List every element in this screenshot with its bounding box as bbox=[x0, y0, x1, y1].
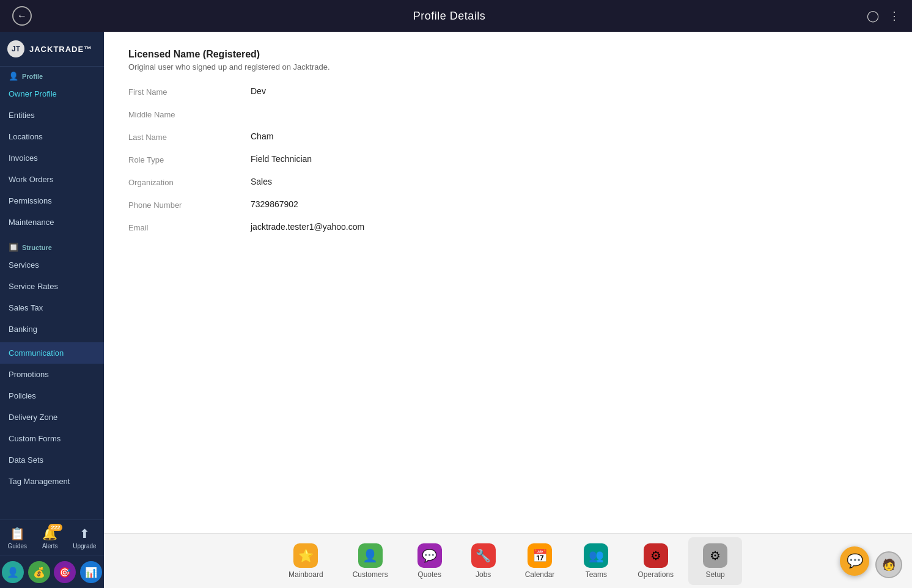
sidebar-section-structure[interactable]: 🔲 Structure bbox=[0, 238, 104, 254]
upgrade-label: Upgrade bbox=[73, 543, 96, 549]
alerts-badge: 222 bbox=[48, 524, 62, 531]
structure-section-label: Structure bbox=[22, 244, 52, 251]
field-value-organization: Sales bbox=[251, 177, 272, 186]
field-row: Middle Name bbox=[128, 109, 888, 119]
sidebar-item-communication[interactable]: Communication bbox=[0, 342, 104, 364]
sidebar-item-custom-forms[interactable]: Custom Forms bbox=[0, 428, 104, 449]
calendar-nav-icon: 📅 bbox=[528, 543, 552, 568]
sidebar-item-data-sets[interactable]: Data Sets bbox=[0, 449, 104, 471]
sidebar-item-invoices[interactable]: Invoices bbox=[0, 147, 104, 169]
sidebar-avatars: 👤 💰 🎯 📊 bbox=[0, 556, 104, 588]
nav-items-container: ⭐Mainboard👤Customers💬Quotes🔧Jobs📅Calenda… bbox=[274, 537, 742, 585]
mainboard-nav-icon: ⭐ bbox=[293, 543, 318, 568]
field-row: Phone Number7329867902 bbox=[128, 199, 888, 210]
nav-item-calendar[interactable]: 📅Calendar bbox=[510, 537, 570, 585]
teams-nav-icon: 👥 bbox=[584, 543, 608, 568]
sidebar-item-policies[interactable]: Policies bbox=[0, 385, 104, 406]
sidebar-item-banking[interactable]: Banking bbox=[0, 318, 104, 340]
teams-nav-label: Teams bbox=[586, 570, 607, 579]
field-row: OrganizationSales bbox=[128, 177, 888, 187]
profile-section-icon: 👤 bbox=[9, 72, 18, 81]
field-value-role-type: Field Technician bbox=[251, 154, 312, 164]
nav-item-quotes[interactable]: 💬Quotes bbox=[403, 537, 457, 585]
top-header: ← Profile Details ◯ ⋮ bbox=[0, 0, 912, 32]
field-value-phone-number: 7329867902 bbox=[251, 199, 298, 209]
field-label-role-type: Role Type bbox=[128, 154, 251, 164]
jobs-nav-label: Jobs bbox=[476, 570, 491, 579]
quotes-nav-label: Quotes bbox=[417, 570, 441, 579]
main-layout: JT JACKTRADE™ 👤 Profile Owner Profile En… bbox=[0, 32, 912, 588]
operations-nav-icon: ⚙ bbox=[644, 543, 668, 568]
upgrade-icon: ⬆ bbox=[79, 526, 90, 541]
field-label-phone-number: Phone Number bbox=[128, 199, 251, 210]
section-subtitle: Original user who signed up and register… bbox=[128, 62, 888, 72]
operations-nav-label: Operations bbox=[638, 570, 674, 579]
mainboard-nav-label: Mainboard bbox=[289, 570, 323, 579]
user-avatar[interactable]: 🧑 bbox=[875, 551, 902, 578]
sidebar-item-locations[interactable]: Locations bbox=[0, 126, 104, 147]
field-label-first-name: First Name bbox=[128, 86, 251, 97]
nav-item-jobs[interactable]: 🔧Jobs bbox=[457, 537, 510, 585]
quotes-nav-icon: 💬 bbox=[417, 543, 442, 568]
customers-nav-icon: 👤 bbox=[358, 543, 383, 568]
sidebar-item-maintenance[interactable]: Maintenance bbox=[0, 211, 104, 233]
bottom-nav: ⭐Mainboard👤Customers💬Quotes🔧Jobs📅Calenda… bbox=[104, 533, 912, 588]
sidebar-item-delivery-zone[interactable]: Delivery Zone bbox=[0, 406, 104, 428]
sidebar-item-tag-management[interactable]: Tag Management bbox=[0, 471, 104, 492]
jobs-nav-icon: 🔧 bbox=[471, 543, 496, 568]
sidebar-scroll: 👤 Profile Owner Profile Entities Locatio… bbox=[0, 67, 104, 520]
structure-section-icon: 🔲 bbox=[9, 243, 18, 252]
profile-section-label: Profile bbox=[22, 73, 43, 80]
customers-nav-label: Customers bbox=[353, 570, 388, 579]
calendar-nav-label: Calendar bbox=[525, 570, 555, 579]
avatar-1[interactable]: 👤 bbox=[2, 561, 24, 583]
header-right-icons: ◯ ⋮ bbox=[867, 9, 900, 23]
more-options-icon[interactable]: ⋮ bbox=[889, 9, 900, 23]
profile-content: Licensed Name (Registered) Original user… bbox=[104, 32, 912, 533]
field-value-last-name: Cham bbox=[251, 131, 273, 141]
sidebar-item-services[interactable]: Services bbox=[0, 254, 104, 276]
field-row: First NameDev bbox=[128, 86, 888, 97]
back-button[interactable]: ← bbox=[12, 6, 32, 26]
nav-item-customers[interactable]: 👤Customers bbox=[338, 537, 403, 585]
nav-item-teams[interactable]: 👥Teams bbox=[569, 537, 623, 585]
nav-item-mainboard[interactable]: ⭐Mainboard bbox=[274, 537, 338, 585]
sidebar-section-profile[interactable]: 👤 Profile bbox=[0, 67, 104, 83]
chat-bubble-button[interactable]: 💬 bbox=[840, 546, 869, 576]
field-row: Last NameCham bbox=[128, 131, 888, 142]
logo-icon: JT bbox=[7, 40, 24, 57]
nav-item-operations[interactable]: ⚙Operations bbox=[623, 537, 688, 585]
nav-item-setup[interactable]: ⚙Setup bbox=[688, 537, 742, 585]
setup-nav-label: Setup bbox=[705, 570, 724, 579]
page-title: Profile Details bbox=[413, 10, 486, 23]
field-row: Emailjacktrade.tester1@yahoo.com bbox=[128, 222, 888, 232]
sidebar-logo: JT JACKTRADE™ bbox=[0, 32, 104, 67]
clock-icon[interactable]: ◯ bbox=[867, 9, 879, 23]
field-label-middle-name: Middle Name bbox=[128, 109, 251, 119]
sidebar-item-promotions[interactable]: Promotions bbox=[0, 364, 104, 385]
logo-text: JACKTRADE™ bbox=[29, 45, 92, 54]
alerts-label: Alerts bbox=[42, 543, 58, 549]
sidebar-item-entities[interactable]: Entities bbox=[0, 105, 104, 126]
sidebar-item-owner-profile[interactable]: Owner Profile bbox=[0, 83, 104, 105]
sidebar-item-permissions[interactable]: Permissions bbox=[0, 190, 104, 211]
profile-fields: First NameDevMiddle NameLast NameChamRol… bbox=[128, 86, 888, 232]
avatar-4[interactable]: 📊 bbox=[80, 561, 102, 583]
sidebar-item-sales-tax[interactable]: Sales Tax bbox=[0, 297, 104, 318]
sidebar-guides-button[interactable]: 📋 Guides bbox=[7, 526, 27, 549]
avatar-3[interactable]: 🎯 bbox=[54, 561, 76, 583]
section-title: Licensed Name (Registered) bbox=[128, 49, 888, 60]
field-label-organization: Organization bbox=[128, 177, 251, 187]
content-area: Licensed Name (Registered) Original user… bbox=[104, 32, 912, 588]
field-label-email: Email bbox=[128, 222, 251, 232]
sidebar-upgrade-button[interactable]: ⬆ Upgrade bbox=[73, 526, 96, 549]
field-row: Role TypeField Technician bbox=[128, 154, 888, 164]
sidebar: JT JACKTRADE™ 👤 Profile Owner Profile En… bbox=[0, 32, 104, 588]
sidebar-item-work-orders[interactable]: Work Orders bbox=[0, 169, 104, 190]
field-value-email: jacktrade.tester1@yahoo.com bbox=[251, 222, 364, 232]
sidebar-alerts-button[interactable]: 🔔 222 Alerts bbox=[42, 526, 58, 549]
field-value-first-name: Dev bbox=[251, 86, 266, 96]
avatar-2[interactable]: 💰 bbox=[28, 561, 50, 583]
sidebar-item-service-rates[interactable]: Service Rates bbox=[0, 276, 104, 297]
guides-label: Guides bbox=[7, 543, 27, 549]
